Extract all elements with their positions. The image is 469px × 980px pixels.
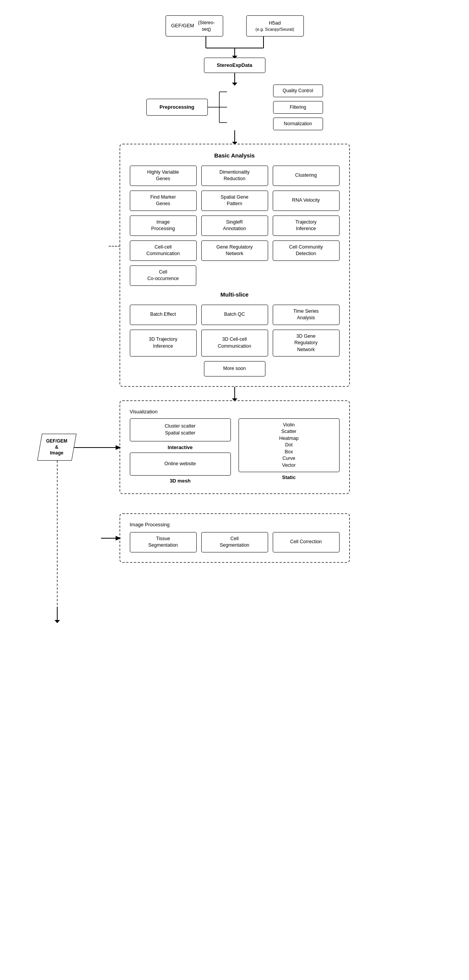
- svg-marker-20: [55, 620, 60, 623]
- rna-velocity-box: RNA Velocity: [273, 191, 340, 211]
- cell-segmentation-box: CellSegmentation: [201, 532, 268, 552]
- image-processing-box: ImageProcessing: [130, 216, 197, 236]
- online-website-box: Online website: [130, 453, 231, 476]
- main-diagram: GEF/GEM (Stereo-seq) H5ad (e.g. Scanpy/S…: [89, 8, 381, 972]
- visualization-inner: Cluster scatter Spatial scatter Interact…: [130, 418, 340, 484]
- filtering-box: Filtering: [273, 101, 323, 114]
- cell-community-detection-box: Cell CommunityDetection: [273, 240, 340, 261]
- static-charts-box: Violin Scatter Heatmap Dot Box Curve Vec…: [239, 418, 340, 473]
- preprocessing-side-connector: [208, 86, 265, 128]
- spatial-gene-pattern-box: Spatial GenePattern: [201, 191, 268, 211]
- h5ad-line1: H5ad: [269, 20, 281, 26]
- gefgem-image-label: GEF/GEM&Image: [40, 434, 74, 461]
- batch-effect-box: Batch Effect: [130, 305, 197, 325]
- more-soon-row: More soon: [130, 361, 340, 376]
- stereoexp-box: StereoExpData: [204, 58, 265, 73]
- basic-row-4: Cell-cellCommunication Gene RegulatoryNe…: [130, 240, 340, 261]
- stereoexp-to-preprocessing: [234, 73, 235, 85]
- svg-marker-22: [116, 536, 121, 541]
- top-inputs: GEF/GEM (Stereo-seq) H5ad (e.g. Scanpy/S…: [166, 15, 304, 36]
- scatter-box: Cluster scatter Spatial scatter: [130, 418, 231, 441]
- left-dashed-connector: [109, 246, 120, 247]
- quality-control-box: Quality Control: [273, 85, 323, 97]
- cell-cell-communication-box: Cell-cellCommunication: [130, 240, 197, 261]
- side-to-imgproc-connector: [101, 538, 120, 539]
- multislice-title: Multi-slice: [130, 291, 340, 298]
- imgproc-title: Image Processing: [130, 522, 340, 527]
- dimentionality-reduction-box: DimentionalityReduction: [201, 166, 268, 186]
- preprocessing-box: Preprocessing: [146, 99, 208, 116]
- 3d-cell-cell-communication-box: 3D Cell-cellCommunication: [201, 330, 268, 357]
- preprocessing-to-basic: [234, 130, 235, 144]
- static-label: Static: [239, 474, 340, 480]
- join-connector: [177, 36, 292, 58]
- gef-gem-line1: GEF/GEM: [171, 22, 194, 29]
- preprocessing-side-boxes: Quality Control Filtering Normalization: [273, 85, 323, 130]
- basic-to-viz: [234, 387, 235, 400]
- side-dashed-line: [57, 461, 58, 607]
- basic-row-5: CellCo-occurrence: [130, 265, 340, 286]
- tissue-segmentation-box: TissueSegmentation: [130, 532, 197, 552]
- batch-qc-box: Batch QC: [201, 305, 268, 325]
- more-soon-box: More soon: [204, 361, 265, 376]
- normalization-box: Normalization: [273, 118, 323, 130]
- imgproc-container: Image Processing TissueSegmentation Cell…: [119, 513, 350, 563]
- h5ad-box: H5ad (e.g. Scanpy/Seurat): [246, 15, 304, 36]
- svg-marker-17: [116, 445, 121, 450]
- threed-label: 3D mesh: [130, 478, 231, 484]
- visualization-container: Visualization Cluster scatter Spatial sc…: [119, 400, 350, 494]
- visualization-title: Visualization: [130, 409, 340, 415]
- multislice-row-1: Batch Effect Batch QC Time SeriesAnalysi…: [130, 305, 340, 325]
- cell-co-occurrence-box: CellCo-occurrence: [130, 265, 197, 286]
- gef-gem-box: GEF/GEM (Stereo-seq): [166, 15, 223, 36]
- h5ad-line2: (e.g. Scanpy/Seurat): [255, 27, 294, 32]
- gef-gem-line2: (Stereo-seq): [196, 20, 217, 33]
- 3d-gene-regulatory-network-box: 3D GeneRegulatoryNetwork: [273, 330, 340, 357]
- find-marker-genes-box: Find MarkerGenes: [130, 191, 197, 211]
- viz-right: Violin Scatter Heatmap Dot Box Curve Vec…: [239, 418, 340, 481]
- time-series-analysis-box: Time SeriesAnalysis: [273, 305, 340, 325]
- singler-annotation-box: SingleRAnnotation: [201, 216, 268, 236]
- imgproc-grid: TissueSegmentation CellSegmentation Cell…: [130, 532, 340, 552]
- basic-row-3: ImageProcessing SingleRAnnotation Trajec…: [130, 216, 340, 236]
- highly-variable-genes-box: Highly VariableGenes: [130, 166, 197, 186]
- basic-row-1: Highly VariableGenes DimentionalityReduc…: [130, 166, 340, 186]
- side-to-viz-connector: [74, 447, 120, 448]
- viz-left: Cluster scatter Spatial scatter Interact…: [130, 418, 231, 484]
- trajectory-inference-box: TrajectoryInference: [273, 216, 340, 236]
- 3d-trajectory-inference-box: 3D TrajectoryInference: [130, 330, 197, 357]
- preprocessing-row: Preprocessing Quality Control Filtering …: [146, 85, 323, 130]
- cell-correction-box: Cell Correction: [273, 532, 340, 552]
- basic-analysis-title: Basic Analysis: [130, 152, 340, 159]
- gene-regulatory-network-box: Gene RegulatoryNetwork: [201, 240, 268, 261]
- basic-analysis-container: Basic Analysis Highly VariableGenes Dime…: [119, 144, 350, 387]
- basic-row-2: Find MarkerGenes Spatial GenePattern RNA…: [130, 191, 340, 211]
- multislice-row-2: 3D TrajectoryInference 3D Cell-cellCommu…: [130, 330, 340, 357]
- clustering-box: Clustering: [273, 166, 340, 186]
- interactive-label: Interactive: [130, 444, 231, 450]
